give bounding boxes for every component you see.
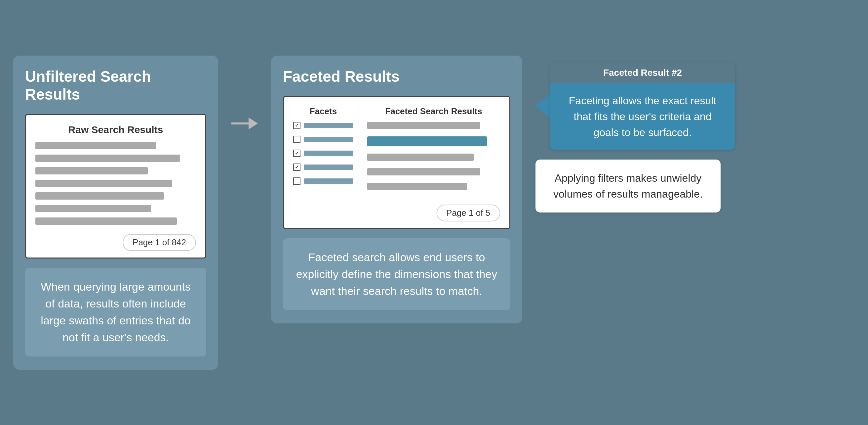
facet-bar-3 <box>304 150 353 156</box>
facet-checkbox-5[interactable] <box>293 177 301 185</box>
facet-checkbox-4[interactable]: ✓ <box>293 164 301 171</box>
facets-column-title: Facets <box>293 106 353 116</box>
faceted-result-row-2 <box>367 136 487 146</box>
blue-callout-wrapper: Faceted Result #2 Faceting allows the ex… <box>535 62 735 150</box>
facet-row-4: ✓ <box>293 164 353 171</box>
left-result-bars <box>35 142 196 225</box>
result-bar <box>35 218 177 225</box>
faceted-result-row-3 <box>367 153 474 161</box>
middle-description: Faceted search allows end users to expli… <box>283 238 510 310</box>
faceted-result-row-4 <box>367 168 480 175</box>
middle-panel-title: Faceted Results <box>283 67 510 85</box>
faceted-result-row-1 <box>367 122 480 129</box>
facet-bar-5 <box>304 178 353 184</box>
faceted-result-row-5 <box>367 183 467 190</box>
blue-callout-header: Faceted Result #2 <box>550 62 735 83</box>
facet-checkbox-3[interactable]: ✓ <box>293 150 301 157</box>
middle-mock-window: Facets ✓ ✓ ✓ <box>283 96 510 229</box>
facet-row-5 <box>293 177 353 185</box>
results-column: Faceted Search Results <box>359 106 500 197</box>
blue-callout-header-text: Faceted Result #2 <box>603 67 682 78</box>
facet-bar-2 <box>304 137 353 142</box>
facet-row-3: ✓ <box>293 150 353 157</box>
result-bar <box>35 180 172 187</box>
faceted-window-inner: Facets ✓ ✓ ✓ <box>293 106 500 197</box>
blue-callout-box: Faceted Result #2 Faceting allows the ex… <box>550 62 735 150</box>
left-pagination-area: Page 1 of 842 <box>35 230 196 251</box>
results-column-title: Faceted Search Results <box>367 106 500 116</box>
result-bar <box>35 205 151 212</box>
right-panels: Faceted Result #2 Faceting allows the ex… <box>535 56 735 213</box>
result-bar <box>35 142 156 149</box>
result-bar <box>35 154 180 162</box>
facets-column: Facets ✓ ✓ ✓ <box>293 106 359 197</box>
result-bar <box>35 167 148 174</box>
facet-bar-4 <box>304 165 353 170</box>
middle-pagination-area: Page 1 of 5 <box>293 201 500 221</box>
left-panel: Unfiltered Search Results Raw Search Res… <box>13 56 218 370</box>
facet-checkbox-2[interactable] <box>293 136 301 143</box>
facet-row-1: ✓ <box>293 122 353 129</box>
callout-arrow-left-icon <box>535 94 550 118</box>
left-window-title: Raw Search Results <box>35 124 196 135</box>
left-description: When querying large amounts of data, res… <box>25 268 206 357</box>
left-mock-window: Raw Search Results Page 1 of 842 <box>25 114 206 258</box>
facet-checkbox-1[interactable]: ✓ <box>293 122 301 129</box>
middle-panel: Faceted Results Facets ✓ ✓ <box>271 56 522 323</box>
facet-bar-1 <box>304 123 353 128</box>
blue-callout-body: Faceting allows the exact result that fi… <box>550 83 735 150</box>
right-arrow-icon <box>231 115 258 132</box>
left-panel-title: Unfiltered Search Results <box>25 67 206 103</box>
plain-callout-box: Applying filters makes unwieldy volumes … <box>535 160 720 213</box>
facet-row-2 <box>293 136 353 143</box>
left-pagination-badge: Page 1 of 842 <box>123 234 196 251</box>
panel-arrow-connector <box>231 56 258 132</box>
middle-pagination-badge: Page 1 of 5 <box>436 204 500 221</box>
main-layout: Unfiltered Search Results Raw Search Res… <box>13 56 855 370</box>
result-bar <box>35 192 164 200</box>
